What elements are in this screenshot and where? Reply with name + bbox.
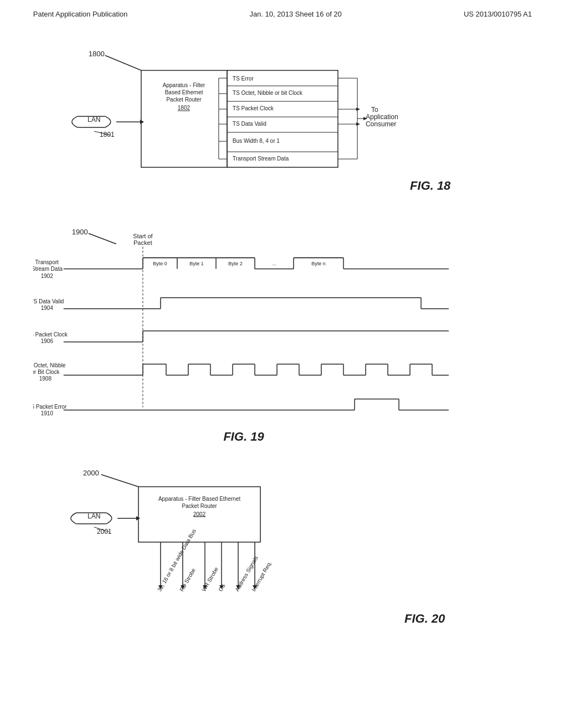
- svg-text:TS Data Valid: TS Data Valid: [33, 298, 64, 304]
- svg-text:1902: 1902: [41, 273, 54, 279]
- svg-text:Bus Width 8, 4 or 1: Bus Width 8, 4 or 1: [233, 138, 280, 144]
- svg-text:LAN: LAN: [88, 512, 100, 520]
- fig19-diagram: 1900 Start of Packet Transport Stream Da…: [33, 217, 532, 454]
- svg-text:WR Strobe: WR Strobe: [201, 566, 220, 592]
- svg-text:1800: 1800: [88, 50, 104, 58]
- svg-text:1900: 1900: [72, 228, 88, 236]
- svg-line-1: [105, 55, 141, 70]
- svg-text:TS Packet Error: TS Packet Error: [33, 404, 67, 410]
- svg-text:...: ...: [272, 261, 276, 266]
- svg-text:Packet Router: Packet Router: [166, 97, 201, 103]
- svg-marker-39: [356, 122, 360, 126]
- svg-text:Byte 0: Byte 0: [153, 261, 167, 266]
- svg-text:TS Packet Clock: TS Packet Clock: [33, 331, 68, 338]
- svg-text:1802: 1802: [178, 105, 190, 111]
- svg-text:Start of: Start of: [133, 233, 153, 239]
- header-left: Patent Application Publication: [33, 10, 127, 18]
- svg-text:1910: 1910: [41, 410, 54, 416]
- svg-text:FIG. 20: FIG. 20: [404, 612, 445, 625]
- fig20-diagram: 2000 Apparatus - Filter Based Ethernet P…: [33, 459, 532, 636]
- svg-text:To: To: [371, 106, 379, 114]
- svg-text:1908: 1908: [39, 376, 52, 382]
- svg-text:1906: 1906: [41, 338, 54, 344]
- svg-marker-37: [356, 108, 360, 111]
- svg-text:Stream Data: Stream Data: [33, 266, 63, 272]
- svg-text:Byte 1: Byte 1: [190, 261, 204, 266]
- svg-text:FIG. 18: FIG. 18: [410, 179, 451, 192]
- svg-text:Apparatus - Filter: Apparatus - Filter: [163, 82, 206, 88]
- svg-text:Apparatus - Filter Based Ether: Apparatus - Filter Based Ethernet: [158, 496, 241, 502]
- svg-text:Byte n: Byte n: [311, 261, 326, 266]
- svg-text:LAN: LAN: [88, 116, 100, 124]
- svg-text:Transport: Transport: [35, 259, 59, 265]
- svg-text:2002: 2002: [193, 511, 206, 517]
- svg-text:RD Strobe: RD Strobe: [178, 567, 196, 592]
- svg-line-130: [102, 474, 138, 486]
- svg-text:CS: CS: [217, 583, 227, 593]
- header-right: US 2013/0010795 A1: [463, 10, 532, 18]
- svg-marker-11: [140, 120, 144, 124]
- svg-text:Transport Stream Data: Transport Stream Data: [233, 156, 289, 162]
- svg-text:or Bit Clock: or Bit Clock: [33, 369, 60, 375]
- fig18-diagram: 1800 Apparatus - Filter Based Ethernet P…: [33, 35, 532, 211]
- svg-text:FIG. 19: FIG. 19: [223, 430, 264, 443]
- svg-text:TS Error: TS Error: [233, 76, 254, 82]
- svg-text:32, 16 or 8 bit wide Data Bus: 32, 16 or 8 bit wide Data Bus: [156, 528, 197, 592]
- svg-rect-14: [227, 71, 338, 168]
- svg-text:Byte 2: Byte 2: [228, 261, 243, 266]
- svg-text:TS Octet, Nibble: TS Octet, Nibble: [33, 362, 66, 368]
- svg-text:TS Data Valid: TS Data Valid: [233, 121, 266, 127]
- svg-text:TS Octet, Nibble or bit Clock: TS Octet, Nibble or bit Clock: [233, 90, 303, 96]
- svg-text:Application: Application: [366, 113, 398, 121]
- svg-text:1801: 1801: [100, 131, 115, 138]
- svg-line-49: [88, 233, 116, 244]
- svg-text:Packet Router: Packet Router: [182, 503, 217, 509]
- header: Patent Application Publication Jan. 10, …: [0, 0, 565, 24]
- svg-text:Based Ethernet: Based Ethernet: [165, 89, 203, 95]
- svg-text:1904: 1904: [41, 305, 54, 311]
- svg-text:Packet: Packet: [134, 239, 152, 246]
- svg-text:Consumer: Consumer: [366, 120, 397, 128]
- svg-text:TS Packet Clock: TS Packet Clock: [233, 105, 274, 111]
- svg-text:2000: 2000: [83, 469, 99, 477]
- header-middle: Jan. 10, 2013 Sheet 16 of 20: [249, 10, 342, 18]
